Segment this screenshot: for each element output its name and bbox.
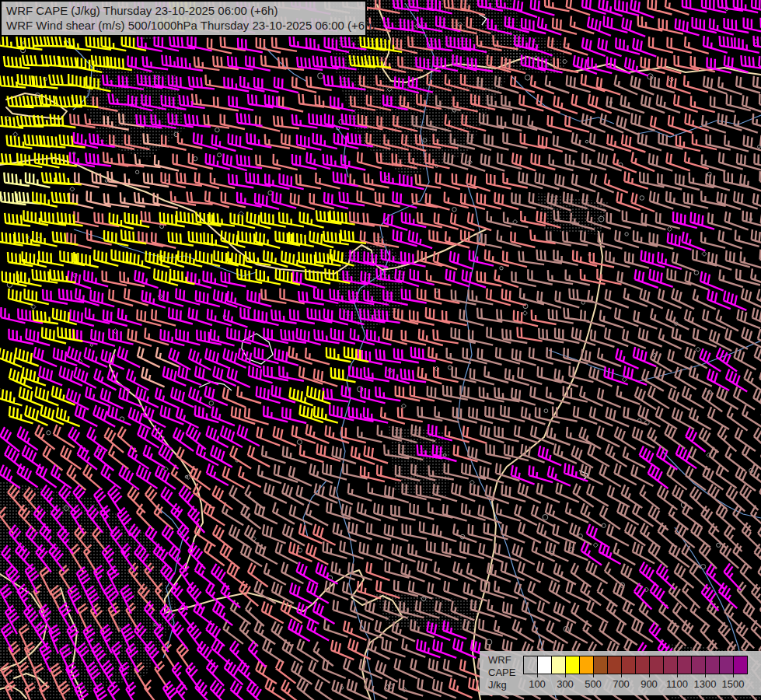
- legend-tick-mark: [677, 674, 678, 677]
- legend-tick-row: 100300500700900110013001500: [523, 674, 749, 694]
- cape-legend: WRF CAPE J/kg 10030050070090011001300150…: [480, 651, 761, 695]
- legend-swatch: [524, 656, 538, 674]
- legend-label-unit: J/kg: [488, 679, 515, 691]
- legend-swatch: [650, 656, 664, 674]
- legend-tick-mark: [649, 674, 650, 677]
- legend-tick-label: 100: [529, 678, 546, 690]
- legend-tick-label: 300: [557, 678, 574, 690]
- legend-tick-mark: [565, 674, 566, 677]
- legend-tick-mark: [593, 674, 594, 677]
- legend-colorbar: [523, 656, 748, 674]
- legend-swatch: [608, 656, 622, 674]
- legend-tick-label: 500: [585, 678, 602, 690]
- legend-swatch: [734, 656, 747, 674]
- title-line-windshear: WRF Wind shear (m/s) 500/1000hPa Thursda…: [6, 18, 361, 33]
- legend-swatch: [566, 656, 580, 674]
- legend-swatch: [636, 656, 650, 674]
- legend-tick-label: 1100: [666, 678, 688, 690]
- legend-swatch: [678, 656, 692, 674]
- legend-swatch: [706, 656, 720, 674]
- legend-swatch: [622, 656, 636, 674]
- legend-tick-label: 1500: [722, 678, 745, 690]
- legend-labels: WRF CAPE J/kg: [488, 654, 515, 691]
- legend-tick-mark: [733, 674, 734, 677]
- legend-tick-label: 700: [613, 678, 630, 690]
- legend-tick-mark: [621, 674, 622, 677]
- legend-swatch: [538, 656, 552, 674]
- legend-swatch: [594, 656, 608, 674]
- legend-swatch: [580, 656, 594, 674]
- map-canvas: [0, 0, 761, 700]
- weather-map: WRF CAPE (J/kg) Thursday 23-10-2025 06:0…: [0, 0, 761, 700]
- legend-label-parameter: CAPE: [488, 667, 515, 679]
- legend-tick-mark: [705, 674, 706, 677]
- legend-swatch: [692, 656, 706, 674]
- legend-tick-label: 900: [641, 678, 658, 690]
- legend-tick-label: 1300: [694, 678, 717, 690]
- legend-swatch: [552, 656, 566, 674]
- map-title-overlay: WRF CAPE (J/kg) Thursday 23-10-2025 06:0…: [0, 0, 367, 37]
- legend-swatch: [720, 656, 734, 674]
- legend-tick-mark: [537, 674, 538, 677]
- title-line-cape: WRF CAPE (J/kg) Thursday 23-10-2025 06:0…: [6, 3, 361, 18]
- legend-label-model: WRF: [488, 654, 515, 667]
- legend-swatch: [664, 656, 678, 674]
